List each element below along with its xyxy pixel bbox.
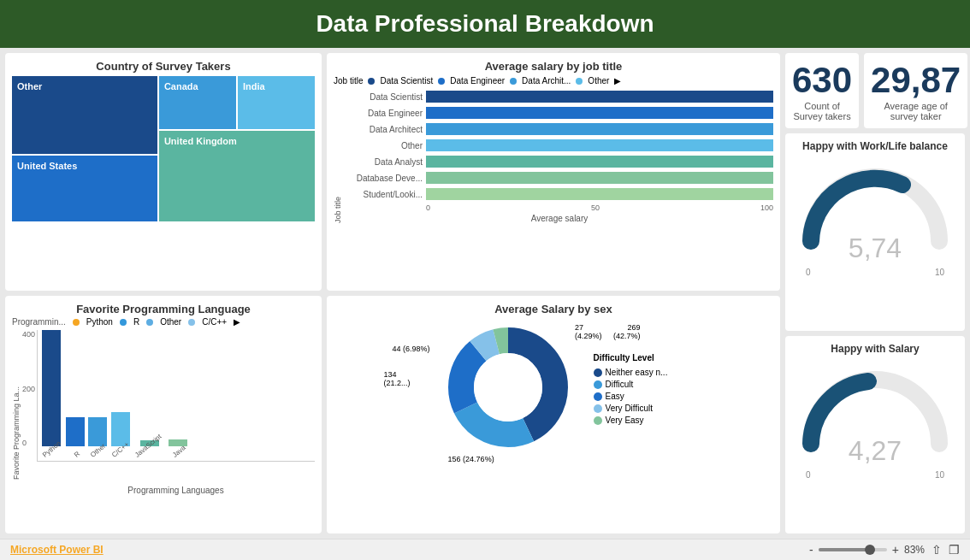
treemap-other-label: Other bbox=[17, 81, 42, 91]
more-icon[interactable]: ▶ bbox=[234, 317, 240, 327]
hbar-row-dbdev: Database Deve... bbox=[346, 172, 773, 184]
bar-r: R bbox=[66, 417, 85, 461]
svg-point-5 bbox=[474, 353, 542, 421]
prog-x-title: Programming Languages bbox=[37, 486, 315, 495]
bar-other-fill bbox=[88, 417, 107, 446]
prog-title: Favorite Programming Language bbox=[12, 303, 315, 315]
mid-column: Average salary by job title Job title Da… bbox=[327, 53, 780, 533]
prog-bars: Python R Other bbox=[37, 330, 315, 462]
salary-gauge-title: Happy with Salary bbox=[792, 343, 958, 355]
prog-y-labels: 400 200 0 bbox=[22, 330, 35, 480]
zoom-slider-thumb[interactable] bbox=[865, 545, 875, 555]
salary-card: Average salary by job title Job title Da… bbox=[327, 53, 780, 291]
easy-dot bbox=[594, 392, 602, 401]
legend-vdifficult: Very Difficult bbox=[594, 404, 668, 413]
bar-python: Python bbox=[41, 330, 62, 461]
work-life-title: Happy with Work/Life balance bbox=[792, 140, 958, 152]
hbar-de-label: Data Engineer bbox=[346, 109, 423, 118]
footer: Microsoft Power BI - + 83% ⇧ ❐ bbox=[0, 539, 970, 560]
hbar-row-other: Other bbox=[346, 139, 773, 151]
cpp-legend-label: C/C++ bbox=[202, 317, 227, 327]
zoom-plus-btn[interactable]: + bbox=[892, 543, 899, 557]
footer-right: - + 83% ⇧ ❐ bbox=[809, 543, 960, 557]
vdifficult-dot bbox=[594, 404, 602, 413]
hbar-ds-fill bbox=[426, 91, 773, 103]
ds-label: Data Scientist bbox=[380, 76, 433, 85]
prog-y-0: 0 bbox=[22, 439, 35, 447]
zoom-controls: - + 83% bbox=[809, 543, 925, 557]
work-life-min: 0 bbox=[806, 268, 811, 277]
donut-area: 27(4.29%) 44 (6.98%) 134(21.2...) 269(42… bbox=[334, 319, 773, 459]
neither-label: Neither easy n... bbox=[606, 368, 668, 377]
bar-other: Other bbox=[88, 417, 107, 461]
prog-y-axis-title: Favorite Programming La... bbox=[12, 330, 21, 480]
salary-legend: Job title Data Scientist Data Engineer D… bbox=[334, 76, 773, 85]
difficulty-label: Difficulty Level bbox=[594, 353, 668, 363]
x-0: 0 bbox=[426, 203, 430, 212]
salary-x-axis: 0 50 100 bbox=[346, 203, 773, 212]
age-label: Average age of survey taker bbox=[871, 101, 961, 121]
legend-easy: Easy bbox=[594, 392, 668, 401]
x-100: 100 bbox=[760, 203, 773, 212]
dashboard-content: Country of Survey Takers Other United St… bbox=[0, 48, 970, 539]
python-legend-label: Python bbox=[86, 317, 113, 327]
donut-label-difficult: 156 (24.76%) bbox=[448, 455, 494, 463]
hbar-analyst-fill bbox=[426, 156, 773, 168]
hbar-row-ds: Data Scientist bbox=[346, 91, 773, 103]
treemap-uk-label: United Kingdom bbox=[164, 136, 237, 146]
treemap-us[interactable]: United States bbox=[12, 156, 157, 221]
zoom-label: 83% bbox=[904, 544, 925, 556]
powerbi-link[interactable]: Microsoft Power BI bbox=[10, 544, 104, 556]
hbar-darch-fill bbox=[426, 123, 773, 135]
hbar-darch-label: Data Architect bbox=[346, 125, 423, 134]
left-column: Country of Survey Takers Other United St… bbox=[5, 53, 322, 533]
age-stat-card: 29,87 Average age of survey taker bbox=[864, 53, 967, 128]
share-icon[interactable]: ⇧ bbox=[932, 543, 942, 557]
bar-js: JavaScript bbox=[133, 440, 165, 461]
dashboard-container: Data Professional Breakdown Country of S… bbox=[0, 0, 970, 560]
salary-gauge-min: 0 bbox=[806, 470, 811, 480]
treemap-canada[interactable]: Canada bbox=[159, 76, 236, 129]
donut-svg bbox=[440, 319, 577, 456]
vdifficult-label: Very Difficult bbox=[606, 404, 653, 413]
work-life-max: 10 bbox=[935, 268, 944, 277]
salary-gauge-card: Happy with Salary 4,27 0 10 bbox=[785, 336, 965, 533]
count-number: 630 bbox=[792, 60, 852, 101]
other-dot bbox=[576, 78, 583, 85]
prog-legend-label: Programmin... bbox=[12, 317, 66, 327]
hbar-row-student: Student/Looki... bbox=[346, 188, 773, 200]
salary-title: Average salary by job title bbox=[334, 60, 773, 73]
dashboard-header: Data Professional Breakdown bbox=[0, 0, 970, 48]
hbar-analyst-label: Data Analyst bbox=[346, 157, 423, 167]
legend-veasy: Very Easy bbox=[594, 416, 668, 425]
cpp-legend-dot bbox=[188, 319, 195, 326]
treemap-other[interactable]: Other bbox=[12, 76, 157, 154]
treemap-uk[interactable]: United Kingdom bbox=[159, 131, 315, 221]
hbar-other-label: Other bbox=[346, 141, 423, 150]
bar-r-label: R bbox=[73, 450, 81, 459]
zoom-slider-track[interactable] bbox=[819, 548, 887, 551]
fullscreen-icon[interactable]: ❐ bbox=[949, 543, 960, 557]
r-legend-dot bbox=[120, 319, 127, 326]
de-label: Data Engineer bbox=[450, 76, 505, 85]
work-life-axis: 0 10 bbox=[792, 268, 958, 277]
ds-dot bbox=[368, 78, 375, 85]
salary-bars: Data Scientist Data Engineer Data Archit… bbox=[346, 91, 773, 200]
other-dot-label: Other bbox=[588, 76, 609, 85]
dashboard-title: Data Professional Breakdown bbox=[316, 10, 654, 37]
python-legend-dot bbox=[73, 319, 80, 326]
hbar-student-label: Student/Looki... bbox=[346, 190, 423, 199]
treemap-india[interactable]: India bbox=[238, 76, 315, 129]
donut-title: Average Salary by sex bbox=[334, 303, 773, 315]
r-legend-label: R bbox=[133, 317, 139, 327]
difficult-label: Difficult bbox=[606, 380, 634, 389]
prog-legend: Programmin... Python R Other C/C++ ▶ bbox=[12, 317, 315, 327]
legend-neither: Neither easy n... bbox=[594, 368, 668, 377]
salary-more-icon[interactable]: ▶ bbox=[614, 76, 621, 85]
hbar-row-de: Data Engineer bbox=[346, 107, 773, 119]
work-life-gauge-card: Happy with Work/Life balance 5,74 0 10 bbox=[785, 133, 965, 331]
veasy-dot bbox=[594, 416, 602, 425]
hbar-dbdev-label: Database Deve... bbox=[346, 174, 423, 183]
zoom-minus-btn[interactable]: - bbox=[809, 543, 813, 557]
stats-row: 630 Count of Survey takers 29,87 Average… bbox=[785, 53, 965, 128]
